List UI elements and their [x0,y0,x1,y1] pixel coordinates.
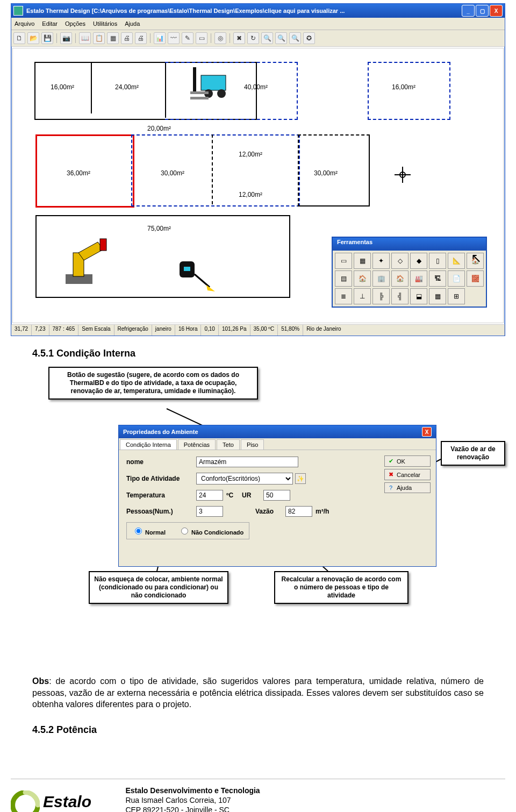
tool-icon[interactable]: ⬓ [410,288,427,304]
tb-preview-icon[interactable]: 🖨 [135,32,147,44]
room-label: 30,00m² [161,169,184,177]
forklift-icon [190,65,239,108]
tool-icon[interactable]: ╣ [391,288,408,304]
cancel-button[interactable]: ✖Cancelar [384,469,431,480]
footer-logo: Estalo S I S T E M A S [11,790,116,812]
minimize-button[interactable]: _ [462,5,475,17]
radio-group-cond: Normal Não Condicionado [126,522,249,539]
tool-icon[interactable]: ◇ [391,253,408,269]
status-cell: Sem Escala [78,325,114,336]
tb-delete-icon[interactable]: ✖ [233,32,245,44]
tb-zoomout-icon[interactable]: 🔍 [275,32,287,44]
callout-normal: Não esqueça de colocar, ambiente normal … [89,571,228,604]
tool-icon[interactable]: ◆ [410,253,427,269]
tool-icon[interactable]: ≣ [335,288,352,304]
tool-icon[interactable]: ▦ [429,288,446,304]
tools-panel[interactable]: Ferramentas ↖ ▭ ▦ ✦ ◇ ◆ ▯ 📐 🏠 ▤ 🏠 🏢 🏠 🏭 [332,237,487,308]
status-cell: 35,00 ºC [250,325,278,336]
help-button[interactable]: ?Ajuda [384,482,431,493]
tb-refresh-icon[interactable]: ↻ [247,32,259,44]
tool-icon[interactable]: 🏗 [429,270,446,287]
tab-potencias[interactable]: Potências [178,439,216,450]
radio-nao-cond[interactable]: Não Condicionado [178,526,243,536]
welder-icon [174,258,217,296]
menu-editar[interactable]: Editar [42,20,58,27]
callout-suggestion: Botão de sugestão (sugere, de acordo com… [48,367,258,400]
dialog-close-button[interactable]: X [422,427,432,437]
input-pessoas[interactable] [196,506,223,517]
dialog-title-bar: Propriedades do Ambiente X [119,425,436,438]
tool-icon[interactable]: 🏢 [372,270,390,287]
status-cell: Refrigeração [114,325,152,336]
tool-icon[interactable]: ╠ [372,288,390,304]
tb-compass-icon[interactable]: ✪ [303,32,315,44]
tb-grid-icon[interactable]: ▦ [107,32,119,44]
radio-normal[interactable]: Normal [132,526,166,536]
wall-seg [212,134,214,204]
window-title: Estalo Thermal Design [C:\Arquivos de pr… [26,8,458,14]
menu-ajuda[interactable]: Ajuda [125,20,140,27]
tool-icon[interactable]: 🧱 [467,270,484,287]
menu-utilitarios[interactable]: Utilitários [93,20,117,27]
room-dashed [131,134,300,206]
drawing-canvas[interactable]: 16,00m² 24,00m² 40,00m² 16,00m² 20,00m² … [12,48,504,323]
unit-temp: ºC [226,492,233,499]
tb-clipboard-icon[interactable]: 📋 [93,32,105,44]
tool-icon[interactable]: 🏭 [410,270,427,287]
tool-icon[interactable]: ⊞ [448,288,465,304]
tb-save-icon[interactable]: 💾 [41,32,53,44]
tb-new-icon[interactable]: 🗋 [13,32,25,44]
app-icon [13,6,23,16]
tb-open-icon[interactable]: 📂 [27,32,39,44]
tools-panel-title: Ferramentas [333,238,486,251]
input-nome[interactable] [196,457,298,467]
tab-teto[interactable]: Teto [217,439,240,450]
tool-icon[interactable]: ▦ [354,253,371,269]
tool-icon[interactable]: ⊥ [354,288,371,304]
close-button[interactable]: X [490,5,503,17]
suggest-button[interactable]: ✨ [295,473,306,484]
logo-icon [11,790,40,812]
page-footer: Estalo S I S T E M A S Estalo Desenvolvi… [11,779,505,812]
tb-print-icon[interactable]: 🖨 [121,32,133,44]
tool-icon[interactable]: 📐 [448,253,465,269]
tool-icon[interactable]: ▯ [429,253,446,269]
unit-vazao: m³/h [316,508,329,515]
select-tipo[interactable]: Conforto(Escritórios) [196,473,293,485]
status-cell: Rio de Janeiro [303,325,505,336]
properties-dialog: Propriedades do Ambiente X Condição Inte… [118,425,436,567]
tb-zoomin-icon[interactable]: 🔍 [261,32,273,44]
tb-wand-icon[interactable]: ✎ [182,32,194,44]
label-ur: UR [242,492,263,499]
tool-icon[interactable]: 📄 [448,270,465,287]
tb-book-icon[interactable]: 📖 [79,32,91,44]
label-nome: nome [126,458,196,466]
tab-piso[interactable]: Piso [241,439,264,450]
svg-point-3 [217,89,226,98]
status-cell: 51,80% [278,325,303,336]
input-temp[interactable] [196,490,223,501]
menu-opcoes[interactable]: Opções [65,20,85,27]
tb-bars-icon[interactable]: 📊 [154,32,166,44]
tb-target-icon[interactable]: ◎ [214,32,226,44]
tb-zoomfit-icon[interactable]: 🔍 [289,32,301,44]
room-label: 12,00m² [239,151,262,158]
room-label: 24,00m² [115,83,139,91]
maximize-button[interactable]: ▢ [476,5,489,17]
input-vazao[interactable] [285,506,312,517]
tb-wave-icon[interactable]: 〰 [168,32,180,44]
room-label: 75,00m² [147,225,171,232]
tool-icon[interactable]: 🏠 [391,270,408,287]
tb-camera-icon[interactable]: 📷 [60,32,72,44]
menu-arquivo[interactable]: Arquivo [15,20,34,27]
tool-icon[interactable]: ✦ [372,253,390,269]
tool-icon[interactable]: 🏠 [354,270,371,287]
input-ur[interactable] [263,490,290,501]
tool-icon[interactable]: ▤ [335,270,352,287]
tab-condicao[interactable]: Condição Interna [120,439,177,450]
ok-button[interactable]: ✔OK [384,455,431,467]
room-detached-dashed [368,62,450,120]
tool-icon[interactable]: ▭ [335,253,352,269]
tb-select-icon[interactable]: ▭ [196,32,207,44]
room-label: 30,00m² [314,169,338,177]
